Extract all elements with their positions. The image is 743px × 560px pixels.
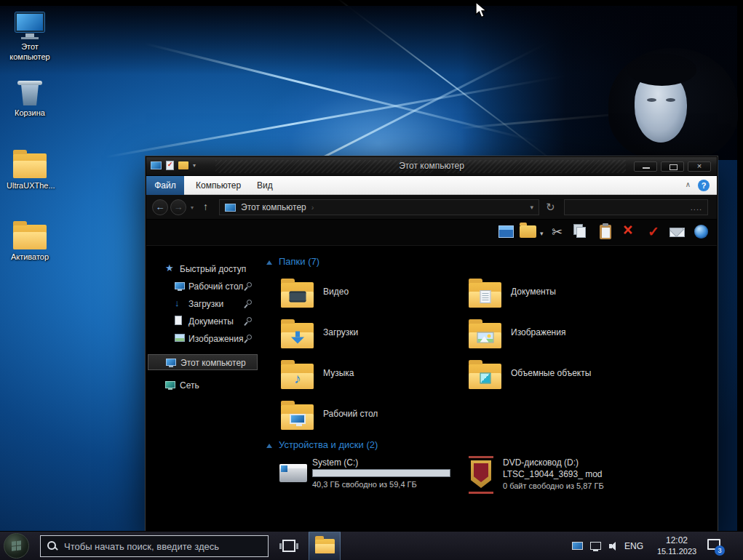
command-toolbar: ▾ ✂ × ✓	[146, 220, 717, 246]
up-button[interactable]: ↑	[203, 201, 208, 212]
collapse-triangle-icon[interactable]	[266, 260, 272, 265]
title-bar[interactable]: ▾ Этот компьютер ×	[146, 157, 717, 176]
sidebar-item-desktop[interactable]: Рабочий стол	[148, 279, 258, 295]
sidebar-item-label: Этот компьютер	[180, 355, 246, 371]
folder-item-music[interactable]: ♪ Музыка	[281, 361, 460, 398]
document-icon	[175, 316, 182, 325]
back-button[interactable]: ←	[152, 199, 168, 215]
tab-view[interactable]: Вид	[257, 176, 273, 195]
desktop-icon-label: Активатор	[7, 252, 53, 263]
sidebar-item-documents[interactable]: Документы	[148, 313, 258, 329]
sidebar-item-label: Изображения	[188, 331, 243, 347]
drive-item-c[interactable]: System (C:) 40,3 ГБ свободно из 59,4 ГБ	[279, 457, 461, 501]
language-indicator[interactable]: ENG	[624, 541, 643, 551]
close-button[interactable]: ×	[688, 161, 711, 172]
folder-item-video[interactable]: Видео	[281, 280, 460, 316]
video-glyph-icon	[290, 292, 306, 303]
disc-label-emblem-icon	[464, 455, 498, 495]
drive-item-dvd[interactable]: DVD-дисковод (D:) LTSC_19044_3693_ mod 0…	[461, 455, 680, 500]
picture-icon	[175, 334, 185, 342]
apply-icon[interactable]: ✓	[648, 223, 659, 240]
address-bar-row: ← → ▾ ↑ Этот компьютер › ▾ ↻ ....	[146, 195, 717, 220]
sidebar-item-network[interactable]: Сеть	[148, 377, 258, 393]
wallpaper-top-shade	[0, 6, 737, 75]
folder-label: Загрузки	[323, 327, 358, 337]
folder-item-desktop[interactable]: Рабочий стол	[281, 402, 460, 439]
sidebar-item-downloads[interactable]: ↓ Загрузки	[148, 296, 258, 312]
taskbar-explorer-button[interactable]	[309, 532, 341, 560]
address-dropdown-icon[interactable]: ▾	[530, 204, 533, 211]
desktop-icon-ultraux[interactable]: UltraUXThe...	[7, 148, 53, 191]
pin-icon	[243, 300, 252, 308]
sidebar-item-this-pc[interactable]: Этот компьютер	[148, 354, 258, 370]
folder-icon	[7, 219, 53, 249]
paste-icon[interactable]	[600, 225, 611, 239]
new-folder-icon[interactable]	[520, 225, 536, 238]
copy-icon[interactable]	[576, 227, 586, 238]
folder-label: Объемные объекты	[511, 368, 591, 378]
search-input[interactable]	[64, 541, 261, 552]
folder-item-downloads[interactable]: Загрузки	[281, 321, 460, 357]
computer-icon	[225, 204, 236, 212]
help-button[interactable]: ?	[698, 180, 710, 191]
ribbon-collapse-icon[interactable]: ∧	[686, 180, 691, 188]
folder-item-pictures[interactable]: Изображения	[469, 321, 648, 357]
tray-display-icon[interactable]	[572, 542, 583, 550]
cube-glyph-icon	[480, 373, 491, 384]
view-icon[interactable]	[498, 225, 514, 238]
clock[interactable]: 12:02 15.11.2023	[652, 535, 702, 556]
refresh-button[interactable]: ↻	[546, 201, 555, 214]
document-glyph-icon	[480, 290, 491, 303]
network-globe-icon[interactable]	[694, 225, 708, 239]
minimize-button[interactable]	[634, 161, 657, 172]
sidebar-item-label: Сеть	[180, 377, 199, 393]
section-header-folders[interactable]: Папки (7)	[266, 256, 319, 267]
task-view-icon[interactable]	[282, 540, 295, 552]
pin-icon	[243, 317, 252, 326]
tray-network-icon[interactable]	[590, 542, 601, 550]
dvd-volume-label: LTSC_19044_3693_ mod	[503, 468, 604, 480]
sidebar-item-pictures[interactable]: Изображения	[148, 331, 258, 347]
folder-label: Документы	[511, 287, 556, 297]
forward-button[interactable]: →	[170, 199, 186, 215]
section-header-devices[interactable]: Устройства и диски (2)	[266, 439, 378, 450]
hard-drive-icon	[279, 464, 307, 482]
network-icon	[165, 381, 175, 388]
address-bar[interactable]: Этот компьютер › ▾	[219, 199, 539, 215]
start-button[interactable]	[4, 533, 29, 559]
desktop-icon-activator[interactable]: Активатор	[7, 219, 53, 263]
mail-icon[interactable]	[670, 228, 685, 237]
folder-item-documents[interactable]: Документы	[469, 280, 648, 316]
maximize-button[interactable]	[661, 161, 684, 172]
windows-logo-icon	[12, 540, 21, 551]
monitor-icon	[175, 282, 185, 289]
delete-icon[interactable]: ×	[623, 220, 632, 240]
desktop-icon-recycle-bin[interactable]: Корзина	[7, 75, 53, 119]
taskbar-search[interactable]	[40, 535, 269, 557]
tab-file[interactable]: Файл	[146, 176, 184, 195]
tray-volume-icon[interactable]	[609, 542, 621, 551]
cut-icon[interactable]: ✂	[552, 224, 563, 240]
folder-label: Музыка	[323, 368, 354, 378]
navigation-pane: ★ Быстрый доступ Рабочий стол ↓ Загрузки…	[146, 246, 259, 531]
drive-usage-bar	[312, 469, 450, 477]
new-folder-dropdown-icon[interactable]: ▾	[540, 230, 544, 237]
recent-locations-icon[interactable]: ▾	[191, 204, 194, 211]
caption-buttons: ×	[634, 161, 711, 172]
download-glyph-icon	[291, 332, 304, 344]
folder-item-3d-objects[interactable]: Объемные объекты	[469, 361, 648, 398]
section-header-label: Папки (7)	[279, 256, 319, 267]
search-box[interactable]: ....	[564, 199, 708, 215]
tab-computer[interactable]: Компьютер	[196, 176, 241, 195]
sidebar-item-quick-access[interactable]: ★ Быстрый доступ	[148, 261, 258, 277]
clock-time: 12:02	[652, 535, 702, 546]
address-location[interactable]: Этот компьютер	[241, 202, 306, 212]
desktop-icon-this-pc[interactable]: Этот компьютер	[7, 9, 53, 63]
pin-icon	[243, 335, 252, 343]
collapse-triangle-icon[interactable]	[266, 444, 272, 448]
search-icon	[47, 541, 57, 551]
sidebar-item-label: Документы	[188, 313, 234, 329]
computer-icon	[166, 359, 176, 366]
picture-glyph-icon	[477, 332, 494, 343]
explorer-window: ▾ Этот компьютер × Файл Компьютер Вид ∧ …	[146, 156, 718, 532]
